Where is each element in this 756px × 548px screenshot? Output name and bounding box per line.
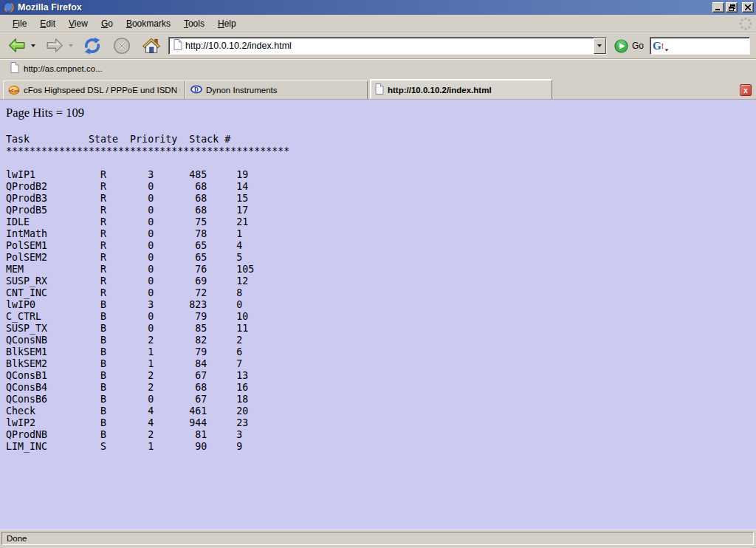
minimize-icon — [715, 4, 721, 10]
page-icon — [173, 39, 182, 52]
tab-label: Dynon Instruments — [206, 86, 278, 95]
reload-icon — [83, 36, 102, 55]
home-icon — [142, 36, 161, 55]
menu-bar: FileEditViewGoBookmarksToolsHelp — [0, 15, 756, 32]
menu-view[interactable]: View — [62, 16, 94, 31]
bookmark-label: http://as.cmpnet.co... — [24, 64, 103, 73]
menu-edit[interactable]: Edit — [33, 16, 62, 31]
browser-viewport: Page Hits = 109 Task State Priority Stac… — [0, 100, 756, 530]
task-table: Task State Priority Stack # ************… — [6, 134, 756, 453]
throbber-icon — [738, 16, 753, 31]
page-icon — [375, 83, 384, 97]
bookmarks-toolbar: http://as.cmpnet.co... — [0, 59, 756, 77]
close-icon — [745, 4, 751, 10]
reload-button[interactable] — [81, 35, 103, 57]
bookmark-item[interactable]: http://as.cmpnet.co... — [7, 61, 106, 77]
back-button[interactable] — [6, 35, 28, 57]
status-bar: Done — [0, 530, 756, 548]
firefox-icon — [3, 1, 15, 13]
tab-2[interactable]: DDynon Instruments — [185, 81, 368, 99]
status-panel: Done — [1, 532, 754, 545]
dynon-icon: D — [190, 83, 202, 97]
search-input[interactable] — [671, 39, 756, 52]
menu-help[interactable]: Help — [211, 16, 243, 31]
back-icon — [7, 36, 27, 55]
tab-label: http://10.0.10.2/index.html — [388, 86, 492, 95]
address-bar[interactable] — [168, 37, 607, 55]
svg-text:D: D — [194, 86, 199, 93]
forward-button[interactable] — [44, 35, 66, 57]
status-text: Done — [7, 534, 27, 543]
stop-icon — [112, 36, 131, 55]
url-input[interactable] — [185, 38, 594, 53]
go-button[interactable]: Go — [611, 39, 648, 53]
tab-label: cFos Highspeed DSL / PPPoE und ISDN CAP.… — [24, 86, 180, 95]
forward-icon — [45, 36, 64, 55]
go-label: Go — [632, 41, 644, 51]
menu-tools[interactable]: Tools — [177, 16, 211, 31]
cfos-icon: cFos — [8, 83, 20, 97]
back-dropdown-caret[interactable] — [30, 44, 36, 47]
home-button[interactable] — [140, 35, 162, 57]
restore-icon — [729, 4, 735, 11]
navigation-toolbar: Go G! — [0, 32, 756, 59]
title-bar: Mozilla Firefox — [0, 0, 756, 15]
tab-bar: cFoscFos Highspeed DSL / PPPoE und ISDN … — [0, 77, 756, 100]
search-box[interactable]: G! — [650, 37, 750, 55]
close-tab-button[interactable]: x — [740, 84, 752, 96]
search-engine-google-icon[interactable]: G! — [653, 41, 669, 52]
menu-file[interactable]: File — [6, 16, 33, 31]
minimize-button[interactable] — [712, 2, 724, 13]
svg-text:cFos: cFos — [9, 88, 20, 92]
menu-go[interactable]: Go — [94, 16, 120, 31]
tab-1[interactable]: cFoscFos Highspeed DSL / PPPoE und ISDN … — [3, 81, 185, 99]
window-title: Mozilla Firefox — [18, 2, 712, 13]
url-dropdown-button[interactable] — [594, 38, 606, 54]
forward-dropdown-caret[interactable] — [67, 44, 74, 47]
restore-button[interactable] — [726, 2, 738, 13]
stop-button[interactable] — [111, 35, 133, 57]
page-hits-text: Page Hits = 109 — [6, 106, 756, 120]
tab-3[interactable]: http://10.0.10.2/index.html — [370, 79, 552, 99]
go-icon — [614, 39, 628, 53]
page-icon — [10, 62, 19, 75]
close-button[interactable] — [742, 2, 754, 13]
menu-bookmarks[interactable]: Bookmarks — [120, 16, 177, 31]
